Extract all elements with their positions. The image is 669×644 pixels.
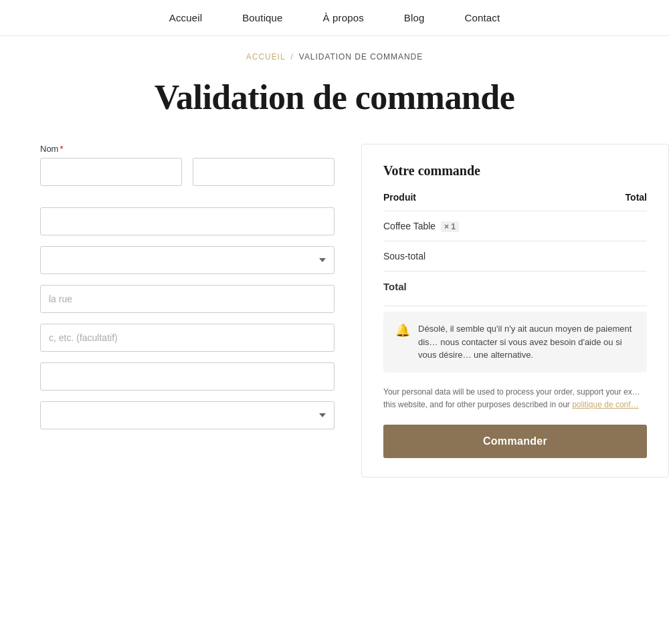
breadcrumb-current: VALIDATION DE COMMANDE xyxy=(299,52,423,62)
first-name-group: Nom* xyxy=(40,144,182,186)
name-row: Nom* xyxy=(40,144,334,197)
region-group xyxy=(40,401,334,429)
company-input[interactable] xyxy=(40,207,334,235)
nav-accueil[interactable]: Accueil xyxy=(169,12,202,23)
main-content: Nom* xyxy=(0,144,669,518)
country-select[interactable] xyxy=(40,246,334,274)
subtotal-row: Sous-total xyxy=(383,241,647,272)
first-name-input[interactable] xyxy=(40,158,182,186)
order-title: Votre commande xyxy=(383,163,647,179)
nav-blog[interactable]: Blog xyxy=(404,12,425,23)
last-name-label xyxy=(193,144,334,154)
bell-icon: 🔔 xyxy=(395,323,410,338)
order-table: Produit Total Coffee Table × 1 Sous-tota… xyxy=(383,192,647,306)
main-nav: Accueil Boutique À propos Blog Contact xyxy=(0,0,669,36)
address-group xyxy=(40,285,334,313)
nav-boutique[interactable]: Boutique xyxy=(242,12,282,23)
privacy-link[interactable]: politique de conf… xyxy=(572,400,638,409)
required-marker: * xyxy=(60,144,63,154)
breadcrumb-separator: / xyxy=(291,52,294,62)
last-name-input[interactable] xyxy=(193,158,334,186)
city-group xyxy=(40,362,334,391)
product-header: Produit xyxy=(383,192,588,211)
total-value xyxy=(588,272,647,306)
product-row: Coffee Table × 1 xyxy=(383,211,647,241)
city-input[interactable] xyxy=(40,362,334,391)
address2-group xyxy=(40,324,334,352)
total-label: Total xyxy=(383,272,588,306)
product-name: Coffee Table xyxy=(383,221,436,231)
total-row: Total xyxy=(383,272,647,306)
page-title: Validation de commande xyxy=(0,67,669,144)
commander-button[interactable]: Commander xyxy=(383,425,647,458)
order-summary: Votre commande Produit Total Coffee Tabl… xyxy=(361,144,669,477)
breadcrumb-home[interactable]: ACCUEIL xyxy=(246,52,286,62)
country-group xyxy=(40,246,334,274)
nav-contact[interactable]: Contact xyxy=(464,12,500,23)
breadcrumb: ACCUEIL / VALIDATION DE COMMANDE xyxy=(0,36,669,67)
notice-box: 🔔 Désolé, il semble qu'il n'y ait aucun … xyxy=(383,312,647,372)
product-qty: × 1 xyxy=(441,221,459,232)
product-cell: Coffee Table × 1 xyxy=(383,211,588,241)
nav-apropos[interactable]: À propos xyxy=(323,12,364,23)
total-header: Total xyxy=(588,192,647,211)
subtotal-value xyxy=(588,241,647,272)
notice-text: Désolé, il semble qu'il n'y ait aucun mo… xyxy=(418,322,635,362)
subtotal-label: Sous-total xyxy=(383,241,588,272)
personal-data-text: Your personal data will be used to proce… xyxy=(383,386,647,411)
address-input[interactable] xyxy=(40,285,334,313)
company-group xyxy=(40,207,334,235)
nom-label: Nom* xyxy=(40,144,182,154)
last-name-group xyxy=(193,144,334,186)
region-select[interactable] xyxy=(40,401,334,429)
checkout-form: Nom* xyxy=(0,144,361,440)
address2-input[interactable] xyxy=(40,324,334,352)
product-price xyxy=(588,211,647,241)
